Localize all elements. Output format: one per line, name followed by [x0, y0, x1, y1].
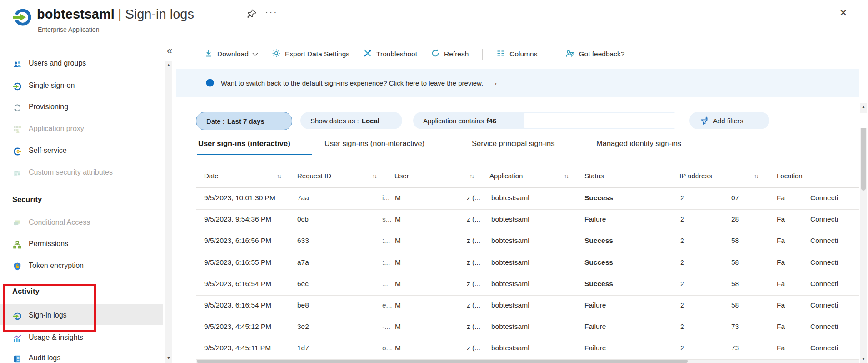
close-icon[interactable]: ✕ [839, 7, 848, 19]
cell-ip-fragment: 07 [731, 194, 739, 202]
column-header-date[interactable]: Date [204, 172, 219, 180]
cell-application: bobtestsaml [491, 344, 529, 352]
add-filters-button[interactable]: Add filters [689, 112, 769, 129]
cell-request-id-fragment: -... [382, 323, 390, 331]
sidebar-item-application-proxy[interactable]: Application proxy [0, 119, 163, 140]
cell-user-fragment: z (... [467, 301, 480, 309]
app-name: bobtestsaml [37, 7, 115, 21]
troubleshoot-button[interactable]: Troubleshoot [363, 49, 417, 60]
cell-request-id: a7a [297, 258, 309, 267]
download-icon [204, 49, 213, 60]
cell-ip: 2 [680, 323, 684, 331]
sort-icon: ↑↓ [564, 172, 568, 179]
tab-user-sign-ins-non-interactive[interactable]: User sign-ins (non-interactive) [324, 139, 424, 148]
column-header-request-id[interactable]: Request ID [297, 172, 331, 180]
scroll-up-icon[interactable]: ▲ [165, 61, 172, 69]
sort-icon: ↑↓ [754, 172, 758, 179]
cell-application: bobtestsaml [491, 280, 529, 288]
date-filter-pill[interactable]: Date :Last 7 days [196, 112, 292, 130]
cell-user-fragment: z (... [467, 237, 480, 245]
sort-icon: ↑↓ [372, 172, 376, 179]
table-header: Date↑↓Request ID↑↓User↑↓Application↑↓Sta… [196, 167, 859, 188]
sidebar-item-label: Token encryption [29, 262, 84, 270]
cell-user-fragment: z (... [467, 194, 480, 202]
cell-user-fragment: z (... [467, 323, 480, 331]
sidebar-item-label: Audit logs [29, 354, 60, 362]
column-header-user[interactable]: User [394, 172, 409, 180]
pin-icon[interactable] [246, 9, 257, 20]
table-row[interactable]: 9/5/2023, 9:54:36 PM0cbs...Mz (...bobtes… [196, 209, 859, 231]
sidebar-item-label: Application proxy [29, 125, 84, 133]
toolbar-divider [482, 49, 483, 60]
cell-ip-fragment: 73 [731, 344, 739, 352]
cell-request-id-fragment: i... [382, 194, 389, 202]
cell-status: Failure [584, 301, 606, 309]
users-groups-icon [13, 60, 22, 69]
sidebar-item-permissions[interactable]: Permissions [0, 234, 163, 255]
cell-date: 9/5/2023, 6:16:56 PM [204, 237, 271, 245]
sidebar-item-label: Single sign-on [29, 81, 75, 90]
tab-managed-identity-sign-ins[interactable]: Managed identity sign-ins [596, 139, 681, 148]
scroll-down-icon[interactable]: ▼ [860, 355, 867, 363]
download-button[interactable]: Download [204, 49, 258, 60]
arrow-right-icon[interactable]: → [490, 78, 498, 87]
columns-button[interactable]: Columns [496, 49, 537, 60]
sidebar-item-conditional-access[interactable]: Conditional Access [0, 213, 163, 234]
column-header-location[interactable]: Location [777, 172, 803, 180]
table-row[interactable]: 9/5/2023, 4:45:12 PM3e2-...Mz (...bobtes… [196, 317, 859, 338]
table-row[interactable]: 9/5/2023, 10:01:30 PM7aai...Mz (...bobte… [196, 188, 859, 210]
export-data-settings-button[interactable]: Export Data Settings [272, 49, 349, 60]
got-feedback-button[interactable]: Got feedback? [565, 49, 624, 60]
blade-subtitle: Enterprise Application [38, 26, 99, 33]
sidebar-item-token-encryption[interactable]: Token encryption [0, 256, 163, 277]
cell-ip-fragment: 58 [731, 280, 739, 288]
cell-request-id: 1d7 [297, 344, 309, 352]
sidebar-item-self-service[interactable]: Self-service [0, 141, 163, 162]
cell-application: bobtestsaml [491, 258, 529, 267]
cell-ip: 2 [680, 237, 684, 245]
preview-banner: Want to switch back to the default sign-… [176, 69, 859, 97]
toolbar-divider [551, 49, 551, 60]
table-row[interactable]: 9/5/2023, 6:16:54 PM6ec...Mz (...bobtest… [196, 274, 859, 296]
sidebar-item-label: Usage & insights [29, 333, 83, 342]
cell-location: Fa [777, 194, 785, 202]
tab-user-sign-ins-interactive[interactable]: User sign-ins (interactive) [198, 139, 290, 148]
cell-status: Failure [584, 323, 606, 331]
cell-ip: 2 [680, 258, 684, 267]
content-left-scrollbar[interactable]: ▲ ▼ [165, 60, 172, 363]
cell-location: Fa [777, 323, 785, 331]
sidebar-item-custom-security-attributes[interactable]: Custom security attributes [0, 163, 163, 184]
column-header-ip-address[interactable]: IP address [679, 172, 712, 180]
collapse-menu-icon[interactable]: « [167, 45, 172, 57]
more-options-icon[interactable]: ··· [265, 6, 278, 18]
audit-logs-icon [13, 354, 22, 363]
column-header-status[interactable]: Status [584, 172, 604, 180]
cell-request-id: 7aa [297, 194, 309, 202]
tab-service-principal-sign-ins[interactable]: Service principal sign-ins [472, 139, 555, 148]
scroll-up-icon[interactable]: ▲ [860, 103, 867, 111]
sort-icon: ↑↓ [469, 172, 474, 179]
sidebar-item-provisioning[interactable]: Provisioning [0, 97, 163, 118]
cell-user-fragment: z (... [467, 258, 480, 267]
refresh-button[interactable]: Refresh [431, 49, 469, 60]
application-filter-pill[interactable]: Application containsf46 7 [413, 112, 680, 129]
sidebar-item-users-and-groups[interactable]: Users and groups [0, 54, 163, 75]
table-row[interactable]: 9/5/2023, 6:16:56 PM633:...Mz (...bobtes… [196, 231, 859, 252]
cell-location-fragment: Connecti [810, 301, 838, 309]
show-dates-as-filter-pill[interactable]: Show dates as :Local [300, 112, 402, 129]
column-header-application[interactable]: Application [489, 172, 523, 180]
sidebar-item-audit-logs[interactable]: Audit logs [0, 348, 163, 363]
table-right-scrollbar[interactable]: ▲ ▼ [860, 103, 867, 363]
cell-date: 9/5/2023, 10:01:30 PM [204, 194, 275, 202]
scroll-down-icon[interactable]: ▼ [165, 354, 172, 362]
sidebar-item-single-sign-on[interactable]: Single sign-on [0, 76, 163, 97]
sidebar-item-label: Users and groups [29, 59, 86, 67]
sidebar-item-label: Permissions [29, 240, 68, 248]
sidebar-item-label: Self-service [29, 146, 67, 155]
table-row[interactable]: 9/5/2023, 4:45:11 PM1d7o...Mz (...bobtes… [196, 338, 859, 360]
cell-ip: 2 [680, 215, 684, 223]
cell-user: M [395, 323, 401, 331]
preview-banner-link[interactable]: Want to switch back to the default sign-… [221, 79, 483, 87]
table-row[interactable]: 9/5/2023, 6:16:55 PMa7a:...Mz (...bobtes… [196, 252, 859, 274]
table-row[interactable]: 9/5/2023, 6:16:54 PMbe8e...Mz (...bobtes… [196, 295, 859, 317]
